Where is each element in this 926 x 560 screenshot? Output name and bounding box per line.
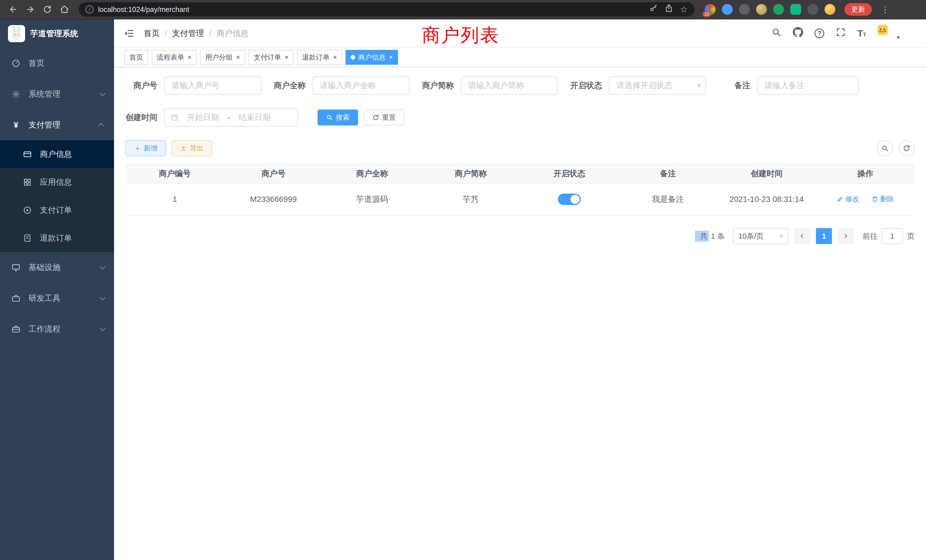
- extension-icon[interactable]: 10: [705, 4, 716, 15]
- tab-refund-order[interactable]: 退款订单 ×: [297, 50, 342, 65]
- merchant-table: 商户编号 商户号 商户全称 商户简称 开启状态 备注 创建时间 操作 1: [126, 163, 915, 216]
- tab-process-form[interactable]: 流程表单 ×: [152, 50, 197, 65]
- jump-page-input[interactable]: [882, 228, 903, 244]
- sidebar-item-merchant-info[interactable]: 商户信息: [0, 140, 114, 168]
- sidebar-item-devtools[interactable]: 研发工具: [0, 283, 114, 314]
- status-toggle[interactable]: [558, 194, 581, 205]
- total-count: 1: [711, 232, 715, 241]
- add-button[interactable]: ＋ 新增: [126, 140, 166, 156]
- extension-icon[interactable]: [739, 4, 750, 15]
- next-page-button[interactable]: [838, 228, 853, 244]
- search-icon: [326, 114, 333, 121]
- merchant-name-input[interactable]: [312, 76, 409, 95]
- breadcrumb-item[interactable]: 支付管理: [172, 28, 204, 39]
- tab-label: 流程表单: [157, 53, 184, 62]
- logo-image: [8, 25, 25, 42]
- user-menu[interactable]: ▾: [878, 25, 900, 42]
- tab-home[interactable]: 首页: [124, 50, 148, 65]
- extensions-row: 10: [701, 4, 839, 15]
- active-tab-dot: [351, 55, 355, 60]
- search-icon[interactable]: [771, 27, 781, 39]
- url-bar[interactable]: i localhost:1024/pay/merchant ☆: [79, 2, 694, 17]
- fullscreen-icon[interactable]: [836, 27, 846, 39]
- sidebar-item-refund-order[interactable]: 退款订单: [0, 224, 114, 252]
- extension-icon[interactable]: [825, 4, 835, 15]
- home-icon[interactable]: [57, 2, 72, 17]
- extension-icon[interactable]: [773, 4, 784, 15]
- close-icon[interactable]: ×: [389, 54, 393, 61]
- sidebar-item-infra[interactable]: 基础设施: [0, 252, 114, 283]
- back-icon[interactable]: [6, 2, 21, 17]
- app-logo[interactable]: 芋道管理系统: [0, 20, 114, 48]
- reset-button[interactable]: 重置: [364, 109, 404, 126]
- sidebar-item-app-info[interactable]: 应用信息: [0, 168, 114, 196]
- search-button[interactable]: 搜索: [318, 109, 358, 126]
- chevron-down-icon: [100, 295, 106, 300]
- prev-page-button[interactable]: [794, 228, 810, 244]
- sidebar-toggle-icon[interactable]: [123, 28, 135, 39]
- page-content: 商户号 商户全称 商户简称 开启状态: [114, 67, 926, 560]
- share-icon[interactable]: [664, 4, 673, 15]
- edit-link[interactable]: 修改: [837, 194, 859, 204]
- sidebar-item-label: 工作流程: [29, 324, 61, 334]
- cell-merchant-id: 1: [126, 183, 224, 215]
- extension-icon[interactable]: [790, 4, 801, 15]
- filter-create-time: 创建时间 -: [126, 108, 298, 127]
- cell-actions: 修改 删除: [816, 183, 915, 215]
- date-start-input[interactable]: [183, 113, 224, 122]
- close-icon[interactable]: ×: [333, 54, 337, 61]
- status-select[interactable]: ▾: [609, 76, 706, 95]
- browser-menu-icon[interactable]: ⋮: [878, 5, 893, 15]
- sidebar-item-home[interactable]: 首页: [0, 48, 114, 79]
- total-suffix: 条: [717, 231, 725, 241]
- tab-merchant-info[interactable]: 商户信息 ×: [345, 50, 398, 65]
- status-select-input[interactable]: [609, 76, 706, 95]
- toggle-search-button[interactable]: [877, 140, 893, 156]
- font-size-icon[interactable]: TT: [857, 29, 866, 38]
- main-area: 首页 / 支付管理 / 商户信息 商户列表 ?: [114, 20, 926, 560]
- sidebar-item-payment[interactable]: ¥ 支付管理: [0, 109, 114, 140]
- refresh-icon: [903, 145, 910, 152]
- delete-link[interactable]: 删除: [872, 194, 894, 204]
- tab-user-group[interactable]: 用户分组 ×: [200, 50, 245, 65]
- dashboard-icon: [11, 59, 21, 68]
- filter-form-row-2: 创建时间 - 搜索 重置: [126, 108, 915, 127]
- export-button[interactable]: 导出: [172, 140, 212, 156]
- sidebar-item-label: 研发工具: [29, 293, 61, 304]
- merchant-card-icon: [23, 150, 32, 159]
- filter-status: 开启状态 ▾: [570, 76, 706, 95]
- github-icon[interactable]: [793, 27, 803, 39]
- merchant-no-input[interactable]: [164, 76, 261, 95]
- page-size-select[interactable]: 10条/页 ▾: [733, 228, 788, 244]
- close-icon[interactable]: ×: [236, 54, 240, 61]
- password-key-icon[interactable]: [649, 4, 658, 15]
- date-range-picker[interactable]: -: [164, 108, 298, 127]
- sidebar-item-system[interactable]: 系统管理: [0, 79, 114, 109]
- sidebar-item-workflow[interactable]: 工作流程: [0, 314, 114, 344]
- remark-input[interactable]: [757, 76, 859, 95]
- bookmark-star-icon[interactable]: ☆: [680, 5, 688, 14]
- date-end-input[interactable]: [234, 113, 275, 122]
- update-button[interactable]: 更新: [844, 3, 872, 16]
- merchant-short-input[interactable]: [461, 76, 558, 95]
- reload-icon[interactable]: [40, 2, 55, 17]
- refresh-table-button[interactable]: [899, 140, 915, 156]
- forward-icon[interactable]: [23, 2, 38, 17]
- close-icon[interactable]: ×: [188, 54, 192, 61]
- site-info-icon[interactable]: i: [86, 5, 94, 14]
- help-icon[interactable]: ?: [814, 29, 824, 38]
- extension-icon[interactable]: [722, 4, 733, 15]
- pagination: 共 1 条 10条/页 ▾ 1: [126, 228, 915, 244]
- breadcrumb-item[interactable]: 首页: [144, 28, 160, 39]
- extension-badge: 10: [702, 11, 711, 17]
- close-icon[interactable]: ×: [284, 54, 289, 61]
- search-icon: [881, 145, 889, 152]
- extension-icon[interactable]: [807, 4, 818, 15]
- page-number-button[interactable]: 1: [816, 228, 832, 244]
- sidebar-item-pay-order[interactable]: 支付订单: [0, 196, 114, 224]
- tab-pay-order[interactable]: 支付订单 ×: [249, 50, 294, 65]
- sidebar-menu: 首页 系统管理 ¥ 支付管理: [0, 48, 114, 344]
- chevron-up-icon: [98, 123, 104, 129]
- cell-create-time: 2021-10-23 08:31:14: [717, 183, 816, 215]
- extension-icon[interactable]: [756, 4, 767, 15]
